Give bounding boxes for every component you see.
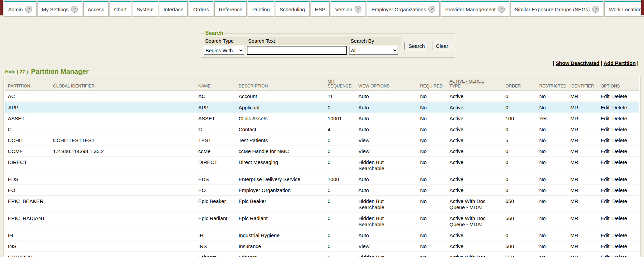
tab-chart[interactable]: Chart bbox=[110, 1, 131, 17]
edit-link[interactable]: Edit bbox=[601, 148, 610, 154]
delete-link[interactable]: Delete bbox=[612, 126, 627, 132]
tab-employer-organizations[interactable]: Employer Organizations↗ bbox=[367, 1, 440, 17]
circular-arrow-icon[interactable]: ↗ bbox=[25, 6, 32, 13]
column-header-partition[interactable]: PARTITION bbox=[5, 76, 50, 91]
delete-link[interactable]: Delete bbox=[612, 232, 627, 238]
column-header-label[interactable]: ORDER bbox=[505, 84, 521, 89]
table-row[interactable]: EPIC_RADIANTEpic RadiantEpic Radiant0Hid… bbox=[5, 213, 639, 230]
table-row[interactable]: CCHITCCHITTESTTESTTESTTest Patients0View… bbox=[5, 135, 639, 146]
circular-arrow-icon[interactable]: ↗ bbox=[355, 6, 361, 13]
search-text-input[interactable] bbox=[247, 46, 347, 55]
table-row[interactable]: DIRECTDIRECTDirect Messaging0Hidden But … bbox=[5, 157, 639, 174]
table-row[interactable]: ASSETASSETClinic Assets10001AutoNoActive… bbox=[5, 113, 639, 124]
tab-printing[interactable]: Printing bbox=[248, 1, 274, 17]
cell-value: No bbox=[420, 232, 427, 238]
tab-orders[interactable]: Orders bbox=[189, 1, 213, 17]
column-header-label[interactable]: RESTRICTED bbox=[539, 84, 567, 89]
column-header-label[interactable]: REQUIRED bbox=[420, 84, 443, 89]
edit-link[interactable]: Edit bbox=[601, 137, 610, 143]
column-header-name[interactable]: NAME bbox=[196, 76, 236, 91]
table-row[interactable]: CCME1.2.840.114398.1.35.2ccMeccMe Handle… bbox=[5, 146, 639, 157]
delete-link[interactable]: Delete bbox=[612, 187, 627, 193]
column-header-label[interactable]: GLOBAL IDENTIFIER bbox=[53, 84, 95, 89]
edit-link[interactable]: Edit bbox=[601, 243, 610, 249]
delete-link[interactable]: Delete bbox=[612, 137, 627, 143]
table-row[interactable]: LABCORPLabcorpLabcorp0Hidden But Searcha… bbox=[5, 252, 639, 257]
hide-link[interactable]: Hide ( 27 ) bbox=[5, 69, 28, 75]
delete-link[interactable]: Delete bbox=[612, 215, 627, 221]
delete-link[interactable]: Delete bbox=[612, 116, 627, 121]
show-deactivated-link[interactable]: Show Deactivated bbox=[556, 60, 599, 66]
table-row[interactable]: CCContact4AutoNoActive0NoMREdit Delete bbox=[5, 124, 639, 135]
column-header-restricted[interactable]: RESTRICTED bbox=[536, 76, 568, 91]
column-header-identifier[interactable]: IDENTIFIER bbox=[568, 76, 598, 91]
clear-button[interactable]: Clear bbox=[432, 42, 453, 50]
add-partition-link[interactable]: Add Partition bbox=[603, 60, 635, 66]
tab-reference[interactable]: Reference bbox=[214, 1, 247, 17]
delete-link[interactable]: Delete bbox=[612, 243, 627, 249]
table-row[interactable]: APPAPPApplicant0AutoNoActive0NoMREdit De… bbox=[5, 102, 639, 113]
table-row[interactable]: EDSEDSEnterprise Delivery Service1000Aut… bbox=[5, 174, 639, 185]
tab-scheduling[interactable]: Scheduling bbox=[275, 1, 309, 17]
column-header-label[interactable]: PARTITION bbox=[8, 84, 30, 89]
column-header-global_identifier[interactable]: GLOBAL IDENTIFIER bbox=[50, 76, 196, 91]
tab-admin[interactable]: Admin↗ bbox=[4, 1, 37, 17]
edit-link[interactable]: Edit bbox=[601, 187, 610, 193]
edit-link[interactable]: Edit bbox=[601, 93, 610, 99]
cell-value: CCHITTESTTEST bbox=[53, 137, 95, 143]
delete-link[interactable]: Delete bbox=[612, 148, 627, 154]
edit-link[interactable]: Edit bbox=[601, 176, 610, 182]
circular-arrow-icon[interactable]: ↗ bbox=[498, 6, 505, 13]
table-row[interactable]: ACACAccount11AutoNoActive0NoMREdit Delet… bbox=[5, 91, 639, 102]
table-row[interactable]: INSINSInsurance0ViewNoActive500NoMREdit … bbox=[5, 241, 639, 252]
tab-similar-exposure-groups-segs[interactable]: Similar Exposure Groups (SEGs)↗ bbox=[510, 1, 603, 17]
tab-access[interactable]: Access bbox=[83, 1, 109, 17]
cell-options: Edit Delete bbox=[598, 230, 639, 241]
cell-identifier: MR bbox=[568, 157, 598, 174]
delete-link[interactable]: Delete bbox=[612, 105, 627, 110]
column-header-active_merge_type[interactable]: ACTIVE - MERGE TYPE bbox=[447, 76, 503, 91]
column-header-label[interactable]: VIEW OPTIONS bbox=[358, 84, 390, 89]
edit-link[interactable]: Edit bbox=[601, 116, 610, 121]
table-row[interactable]: EPIC_BEAKEREpic BeakerEpic Beaker0Hidden… bbox=[5, 196, 639, 213]
edit-link[interactable]: Edit bbox=[601, 105, 610, 110]
tab-interface[interactable]: Interface bbox=[159, 1, 188, 17]
tab-version[interactable]: Version↗ bbox=[331, 1, 366, 17]
delete-link[interactable]: Delete bbox=[612, 93, 627, 99]
column-header-mr_sequence[interactable]: MR SEQUENCE bbox=[325, 76, 356, 91]
column-header-description[interactable]: DESCRIPTION bbox=[236, 76, 325, 91]
tab-my-settings[interactable]: My Settings↗ bbox=[38, 1, 82, 17]
table-row[interactable]: EOEOEmployer Organization5AutoNoActive0N… bbox=[5, 185, 639, 196]
search-type-select[interactable]: Begins With bbox=[204, 46, 244, 55]
edit-link[interactable]: Edit bbox=[601, 215, 610, 221]
column-header-required[interactable]: REQUIRED bbox=[417, 76, 447, 91]
delete-link[interactable]: Delete bbox=[612, 254, 627, 257]
edit-link[interactable]: Edit bbox=[601, 126, 610, 132]
edit-link[interactable]: Edit bbox=[601, 198, 610, 204]
edit-link[interactable]: Edit bbox=[601, 232, 610, 238]
column-header-label[interactable]: MR SEQUENCE bbox=[328, 79, 354, 89]
tab-system[interactable]: System bbox=[132, 1, 158, 17]
tab-hsp[interactable]: HSP bbox=[311, 1, 330, 17]
column-header-view_options[interactable]: VIEW OPTIONS bbox=[356, 76, 417, 91]
delete-link[interactable]: Delete bbox=[612, 176, 627, 182]
circular-arrow-icon[interactable]: ↗ bbox=[428, 6, 435, 13]
edit-link[interactable]: Edit bbox=[601, 159, 610, 165]
column-header-label[interactable]: IDENTIFIER bbox=[570, 84, 594, 89]
delete-link[interactable]: Delete bbox=[612, 198, 627, 204]
column-header-label[interactable]: NAME bbox=[198, 84, 211, 89]
column-header-label[interactable]: DESCRIPTION bbox=[239, 84, 268, 89]
column-header-order[interactable]: ORDER bbox=[503, 76, 536, 91]
edit-link[interactable]: Edit bbox=[601, 254, 610, 257]
search-by-select[interactable]: All bbox=[349, 46, 398, 55]
table-row[interactable]: IHIHIndustrial Hygiene0AutoNoActive0NoMR… bbox=[5, 230, 639, 241]
circular-arrow-icon[interactable]: ↗ bbox=[71, 6, 78, 13]
tab-work-locations[interactable]: Work Locations↗ bbox=[604, 1, 644, 17]
delete-link[interactable]: Delete bbox=[612, 159, 627, 165]
column-header-label[interactable]: ACTIVE - MERGE TYPE bbox=[449, 79, 488, 89]
cell-options: Edit Delete bbox=[598, 135, 639, 146]
cell-value: MR bbox=[570, 126, 578, 132]
search-button[interactable]: Search bbox=[404, 42, 429, 50]
tab-provider-management[interactable]: Provider Management↗ bbox=[441, 1, 509, 17]
circular-arrow-icon[interactable]: ↗ bbox=[592, 6, 599, 13]
